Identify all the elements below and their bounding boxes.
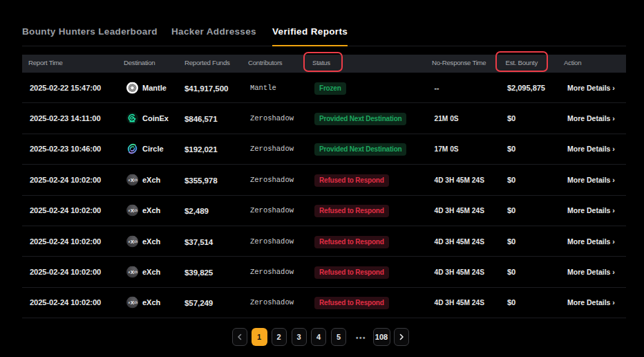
svg-text:ch: ch — [134, 240, 138, 244]
svg-text:ch: ch — [134, 301, 138, 304]
svg-text:ch: ch — [134, 178, 138, 182]
svg-text:ch: ch — [134, 271, 138, 274]
svg-text:ch: ch — [134, 209, 138, 212]
